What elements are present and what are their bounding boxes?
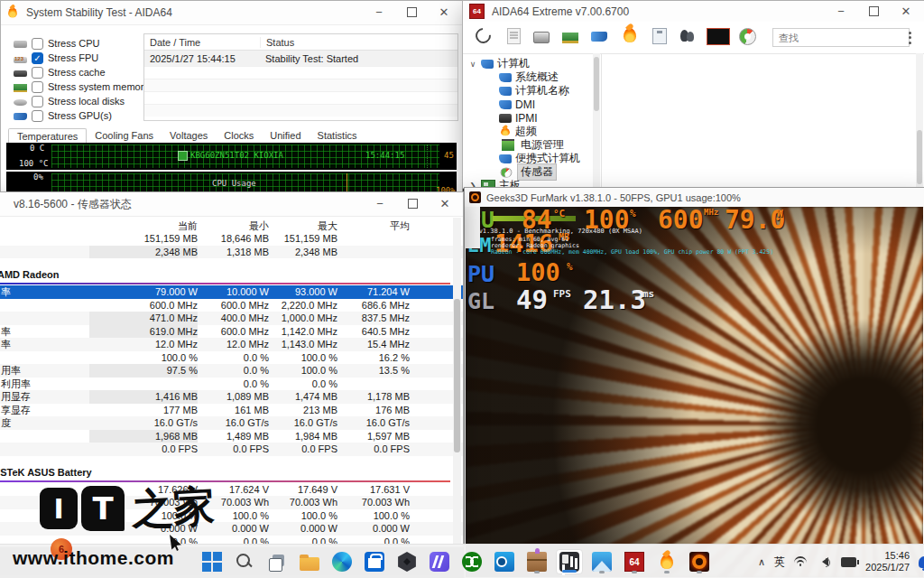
toolbar-cpu-icon[interactable] xyxy=(533,28,553,46)
maximize-button[interactable] xyxy=(395,1,428,23)
sensor-row[interactable]: 率79.000 W10.000 W93.000 W71.204 W xyxy=(0,285,463,299)
checkbox[interactable] xyxy=(32,67,43,79)
close-button[interactable]: ✕ xyxy=(890,1,922,21)
sensor-row[interactable]: 100.0 %0.0 %100.0 %16.2 % xyxy=(0,351,463,365)
toolbar-flame-icon[interactable] xyxy=(624,28,643,46)
sensor-row[interactable]: 用显存1,416 MB1,089 MB1,474 MB1,178 MB xyxy=(0,390,463,404)
taskbar-store[interactable] xyxy=(361,549,388,574)
more-menu-button[interactable] xyxy=(909,29,912,46)
search-input[interactable] xyxy=(772,28,910,47)
tab-statistics[interactable]: Statistics xyxy=(310,128,365,143)
maximize-button[interactable] xyxy=(857,1,890,21)
stress-option-stress-system-memory[interactable]: Stress system memory xyxy=(14,80,149,93)
toolbar-memory-icon[interactable] xyxy=(562,28,582,46)
col-max[interactable]: 最大 xyxy=(318,219,337,233)
taskbar-furmark[interactable] xyxy=(686,549,713,574)
notification-bell-icon[interactable] xyxy=(919,556,924,568)
log-row[interactable]: 2025/1/27 15:44:15 Stability Test: Start… xyxy=(144,51,457,66)
minimize-button[interactable]: − xyxy=(363,1,395,23)
wifi-icon[interactable] xyxy=(794,556,808,567)
checkbox[interactable] xyxy=(32,96,43,107)
taskbar-package-app[interactable] xyxy=(523,549,550,574)
tab-voltages[interactable]: Voltages xyxy=(162,128,216,143)
stress-option-stress-gpu-s-[interactable]: Stress GPU(s) xyxy=(14,109,112,122)
checkbox[interactable]: ✓ xyxy=(32,52,43,64)
tree-item-计算机[interactable]: ∨计算机 xyxy=(468,57,530,70)
volume-icon[interactable] xyxy=(818,557,828,566)
taskbar-photos[interactable] xyxy=(588,549,615,574)
checkbox[interactable] xyxy=(32,81,43,93)
taskbar-xbox[interactable] xyxy=(458,549,485,574)
battery-icon[interactable] xyxy=(841,557,856,567)
sensor-scrollbar[interactable] xyxy=(453,218,461,545)
sensor-row[interactable]: 0.0 FPS0.0 FPS0.0 FPS0.0 FPS xyxy=(0,443,463,456)
sensor-row[interactable]: 600.0 MHz600.0 MHz2,220.0 MHz686.6 MHz xyxy=(0,299,463,312)
taskbar-task-view[interactable] xyxy=(263,549,291,574)
panel-scrollbar[interactable] xyxy=(916,53,923,188)
minimize-button[interactable]: − xyxy=(364,192,396,214)
tree-item-计算机名称[interactable]: 计算机名称 xyxy=(486,84,569,98)
taskbar-edge[interactable] xyxy=(328,549,356,574)
sensor-row[interactable]: 享显存177 MB161 MB213 MB176 MB xyxy=(0,404,463,417)
toolbar-gauge-icon[interactable] xyxy=(739,28,759,46)
col-min[interactable]: 最小 xyxy=(249,219,269,233)
clock[interactable]: 15:46 2025/1/27 xyxy=(865,550,910,573)
close-button[interactable]: ✕ xyxy=(428,1,460,23)
toolbar-users-icon[interactable] xyxy=(679,28,699,46)
checkbox[interactable] xyxy=(32,110,43,122)
stress-option-stress-cache[interactable]: Stress cache xyxy=(14,66,106,79)
checkbox[interactable] xyxy=(32,38,43,50)
tree-item-IPMI[interactable]: IPMI xyxy=(486,111,538,125)
taskbar-sensor-panel[interactable] xyxy=(556,549,583,574)
sensor-title-bar[interactable]: v8.16-5600 - 传感器状态 − ✕ xyxy=(0,192,463,217)
taskbar-search[interactable] xyxy=(231,549,258,574)
toolbar-refresh-icon[interactable] xyxy=(476,28,495,46)
stress-option-stress-cpu[interactable]: Stress CPU xyxy=(14,37,99,50)
tab-unified[interactable]: Unified xyxy=(262,128,309,143)
tree-item-超频[interactable]: 超频 xyxy=(486,125,537,138)
taskbar-stability-flame[interactable] xyxy=(653,549,680,574)
stress-option-stress-local-disks[interactable]: Stress local disks xyxy=(14,95,125,107)
log-col-datetime[interactable]: Date / Time xyxy=(144,37,261,48)
taskbar-purple-a-app[interactable] xyxy=(426,549,453,574)
tree-chevron[interactable]: ∨ xyxy=(468,60,477,69)
tree-item-传感器[interactable]: 传感器 xyxy=(486,165,557,179)
sensor-row[interactable]: 用率97.5 %0.0 %100.0 %13.5 % xyxy=(0,364,463,378)
taskbar-armoury-crate[interactable] xyxy=(393,549,420,574)
tab-cooling-fans[interactable]: Cooling Fans xyxy=(87,128,162,143)
sensor-row[interactable]: 率619.0 MHz600.0 MHz1,142.0 MHz640.5 MHz xyxy=(0,325,463,339)
toolbar-summary-icon[interactable] xyxy=(652,28,672,46)
taskbar-start[interactable] xyxy=(199,549,226,574)
col-avg[interactable]: 平均 xyxy=(390,219,410,233)
toolbar-osd-icon[interactable] xyxy=(707,28,726,46)
minimize-button[interactable]: − xyxy=(825,1,857,21)
close-button[interactable]: ✕ xyxy=(429,192,461,214)
tree-item-电源管理[interactable]: 电源管理 xyxy=(486,138,564,152)
tree-item-DMI[interactable]: DMI xyxy=(486,98,535,111)
sensor-row[interactable]: 2,348 MB1,318 MB2,348 MB xyxy=(0,246,463,259)
sensor-row[interactable]: 151,159 MB18,646 MB151,159 MB xyxy=(0,232,463,246)
sensor-row[interactable]: 471.0 MHz400.0 MHz1,000.0 MHz837.5 MHz xyxy=(0,312,463,325)
sensor-row[interactable]: 率12.0 MHz12.0 MHz1,143.0 MHz15.4 MHz xyxy=(0,338,463,351)
furmark-title-bar[interactable]: Geeks3D FurMark v1.38.1.0 - 50FPS, GPU1 … xyxy=(465,188,924,208)
taskbar-outlook[interactable] xyxy=(491,549,518,574)
sensor-row[interactable]: 利用率0.0 %0.0 % xyxy=(0,378,463,391)
sensor-row[interactable]: 度16.0 GT/s16.0 GT/s16.0 GT/s16.0 GT/s xyxy=(0,416,463,430)
log-col-status[interactable]: Status xyxy=(261,37,294,48)
stress-option-stress-fpu[interactable]: ✓Stress FPU xyxy=(14,51,98,64)
tree-item-系统概述[interactable]: 系统概述 xyxy=(486,70,559,84)
toolbar-report-icon[interactable] xyxy=(504,28,524,46)
col-current[interactable]: 当前 xyxy=(178,219,198,233)
maximize-button[interactable] xyxy=(396,192,429,214)
taskbar-aida64[interactable]: 64 xyxy=(621,549,648,574)
tab-clocks[interactable]: Clocks xyxy=(216,128,262,143)
ime-indicator[interactable]: 英 xyxy=(774,555,785,570)
tree-scrollbar[interactable] xyxy=(593,53,600,188)
taskbar-file-explorer[interactable] xyxy=(296,549,323,574)
tray-chevron-icon[interactable]: ∧ xyxy=(758,556,765,568)
toolbar-gpu-icon[interactable] xyxy=(591,28,611,46)
stability-title-bar[interactable]: System Stability Test - AIDA64 − ✕ xyxy=(1,1,462,25)
tab-temperatures[interactable]: Temperatures xyxy=(8,128,87,144)
sensor-row[interactable]: 1,968 MB1,489 MB1,984 MB1,597 MB xyxy=(0,430,463,443)
aida-title-bar[interactable]: 64 AIDA64 Extreme v7.00.6700 − ✕ xyxy=(463,1,924,23)
